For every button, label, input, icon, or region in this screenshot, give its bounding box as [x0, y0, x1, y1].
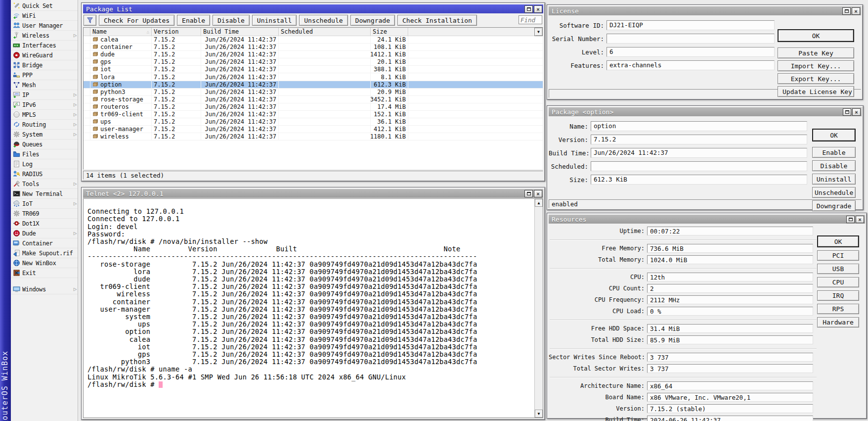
maximize-button[interactable]	[842, 7, 851, 15]
sidebar-item-bridge[interactable]: Bridge	[11, 60, 78, 70]
sidebar-item-dot1x[interactable]: Dot1X	[11, 219, 78, 229]
column-header-build-time[interactable]: Build Time	[201, 28, 279, 36]
close-button[interactable]: ✕	[534, 5, 542, 13]
sidebar-item-container[interactable]: Container	[11, 238, 78, 248]
irq-button[interactable]: IRQ	[817, 290, 859, 301]
scheduled-field[interactable]	[591, 161, 807, 171]
ok-button[interactable]: OK	[817, 235, 859, 247]
paste-key-button[interactable]: Paste Key	[778, 47, 854, 58]
sidebar-item-ipv6[interactable]: v6IPv6▷	[11, 100, 78, 110]
maximize-button[interactable]	[524, 5, 533, 13]
close-button[interactable]: ✕	[856, 216, 864, 223]
pci-button[interactable]: PCI	[817, 250, 859, 261]
cpu-frequency-field[interactable]: 2112 MHz	[647, 295, 813, 304]
import-key-button[interactable]: Import Key...	[778, 60, 854, 71]
usb-button[interactable]: USB	[817, 264, 859, 274]
software-id-field[interactable]: DJ21-EIQP	[607, 20, 775, 30]
unschedule-button[interactable]: Unschedule	[812, 187, 856, 198]
column-header-version[interactable]: Version	[152, 28, 201, 36]
check-installation-button[interactable]: Check Installation	[397, 15, 477, 26]
table-row[interactable]: ups7.15.2Jun/26/2024 11:42:3736.1 KiB	[84, 118, 543, 126]
maximize-button[interactable]	[843, 108, 851, 116]
sidebar-item-ip[interactable]: 255IP▷	[11, 90, 78, 100]
check-for-updates-button[interactable]: Check For Updates	[99, 15, 174, 26]
sidebar-item-wireless[interactable]: Wireless▷	[11, 31, 78, 41]
terminal-output[interactable]: Connecting to 127.0.0.1 Connected to 127…	[84, 199, 534, 418]
sidebar-item-iot[interactable]: IoT▷	[11, 199, 78, 209]
table-row[interactable]: calea7.15.2Jun/26/2024 11:42:3724.1 KiB	[84, 36, 543, 44]
sidebar-item-ppp[interactable]: PPP	[11, 70, 78, 80]
sidebar-item-tools[interactable]: Tools▷	[11, 179, 78, 189]
column-header-scheduled[interactable]: Scheduled	[279, 28, 371, 36]
column-header-name[interactable]: Name△	[90, 28, 152, 36]
close-button[interactable]: ✕	[852, 108, 861, 116]
size-field[interactable]: 612.3 KiB	[591, 175, 807, 185]
cpu-count-field[interactable]: 2	[647, 284, 813, 293]
column-dropdown-button[interactable]: ▼	[534, 28, 543, 36]
hardware-button[interactable]: Hardware	[817, 317, 859, 327]
sidebar-item-tr069[interactable]: TR069	[11, 209, 78, 219]
sidebar-item-mesh[interactable]: Mesh	[11, 80, 78, 90]
sidebar-item-dude[interactable]: Dude▷	[11, 229, 78, 238]
table-row[interactable]: wireless7.15.2Jun/26/2024 11:42:371180.1…	[84, 133, 543, 140]
serial-number-field[interactable]	[607, 34, 775, 44]
enable-button[interactable]: Enable	[812, 147, 856, 158]
version-field[interactable]: 7.15.2	[591, 135, 807, 144]
architecture-name-field[interactable]: x86_64	[647, 381, 813, 390]
sidebar-item-make-supout-rif[interactable]: Make Supout.rif	[11, 248, 78, 258]
table-row[interactable]: option7.15.2Jun/26/2024 11:42:37612.3 Ki…	[84, 81, 543, 89]
update-license-key-button[interactable]: Update License Key	[778, 86, 854, 97]
features-field[interactable]: extra-channels	[607, 60, 775, 70]
ok-button[interactable]: OK	[812, 129, 856, 141]
scroll-up-button[interactable]: ▲	[535, 199, 543, 207]
export-key-button[interactable]: Export Key...	[778, 73, 854, 84]
table-row[interactable]: iot7.15.2Jun/26/2024 11:42:37388.1 KiB	[84, 66, 543, 73]
maximize-button[interactable]	[524, 190, 533, 197]
sidebar-item-radius[interactable]: RADIUS	[11, 169, 78, 179]
sidebar-item-interfaces[interactable]: Interfaces	[11, 41, 78, 50]
name-field[interactable]: option	[591, 121, 807, 131]
free-hdd-space-field[interactable]: 31.4 MiB	[647, 324, 813, 333]
sidebar-item-new-terminal[interactable]: New Terminal	[11, 189, 78, 199]
version-field[interactable]: 7.15.2 (stable)	[647, 404, 813, 413]
total-sector-writes-field[interactable]: 3 737	[647, 364, 813, 373]
sidebar-item-system[interactable]: System▷	[11, 130, 78, 140]
enable-button[interactable]: Enable	[177, 15, 210, 26]
ok-button[interactable]: OK	[778, 29, 854, 42]
sidebar-item-files[interactable]: Files	[11, 149, 78, 159]
disable-button[interactable]: Disable	[213, 15, 250, 26]
cpu-field[interactable]: 12th	[647, 273, 813, 281]
uninstall-button[interactable]: Uninstall	[252, 15, 297, 26]
table-row[interactable]: user-manager7.15.2Jun/26/2024 11:42:3741…	[84, 126, 543, 133]
total-memory-field[interactable]: 1024.0 MiB	[647, 255, 813, 264]
rps-button[interactable]: RPS	[817, 304, 859, 314]
sector-writes-since-reboot-field[interactable]: 3 737	[647, 353, 813, 362]
disable-button[interactable]: Disable	[812, 160, 856, 171]
table-row[interactable]: gps7.15.2Jun/26/2024 11:42:3720.1 KiB	[84, 58, 543, 66]
sidebar-item-windows[interactable]: Windows▷	[11, 284, 78, 294]
board-name-field[interactable]: x86 VMware, Inc. VMware20,1	[647, 393, 813, 402]
find-input[interactable]	[519, 15, 542, 24]
sidebar-item-queues[interactable]: Queues	[11, 140, 78, 149]
sidebar-item-new-winbox[interactable]: New WinBox	[11, 258, 78, 268]
build-time-field[interactable]: 2024-06-26 11:42:37	[647, 416, 813, 421]
sidebar-item-wifi[interactable]: WiFi	[11, 11, 78, 21]
free-memory-field[interactable]: 736.6 MiB	[647, 244, 813, 253]
sidebar-item-user-manager[interactable]: User Manager	[11, 21, 78, 31]
downgrade-button[interactable]: Downgrade	[350, 15, 395, 26]
sidebar-item-quick-set[interactable]: Quick Set	[11, 1, 78, 11]
terminal-scrollbar[interactable]: ▲ ▼	[534, 199, 543, 418]
table-row[interactable]: lora7.15.2Jun/26/2024 11:42:378.1 KiB	[84, 73, 543, 81]
table-row[interactable]: python37.15.2Jun/26/2024 11:42:3720.9 Mi…	[84, 89, 543, 96]
uptime-field[interactable]: 00:07:22	[647, 227, 813, 235]
downgrade-button[interactable]: Downgrade	[812, 200, 856, 211]
maximize-button[interactable]	[846, 216, 855, 223]
cpu-button[interactable]: CPU	[817, 277, 859, 287]
close-button[interactable]: ✕	[852, 7, 860, 15]
level-field[interactable]: 6	[607, 47, 775, 57]
cpu-load-field[interactable]: 0 %	[647, 307, 813, 316]
sidebar-item-routing[interactable]: Routing▷	[11, 120, 78, 130]
table-row[interactable]: tr069-client7.15.2Jun/26/2024 11:42:3715…	[84, 111, 543, 118]
sidebar-item-wireguard[interactable]: WireGuard	[11, 50, 78, 60]
uninstall-button[interactable]: Uninstall	[812, 174, 856, 185]
